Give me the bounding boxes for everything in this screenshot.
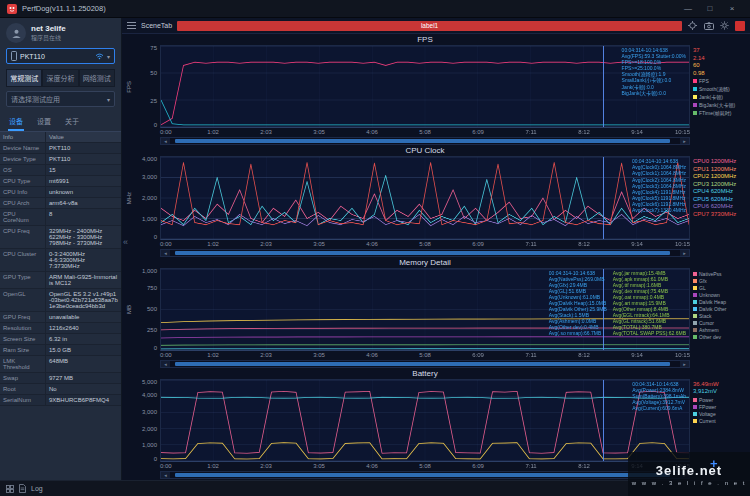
xtick-label: 3:05 bbox=[313, 352, 325, 358]
scroll-track[interactable] bbox=[170, 472, 680, 478]
side-tab-normal-test[interactable]: 常规测试 bbox=[6, 69, 42, 87]
chart-scrollbar-memory-detail[interactable]: ◂▸ bbox=[160, 360, 690, 368]
legend-item-memory-detail[interactable]: NativePss bbox=[693, 271, 748, 277]
legend-item-fps[interactable]: Jank(卡顿) bbox=[693, 93, 748, 100]
row-value: ARM Mali-G925-Immortalis MC12 bbox=[46, 272, 121, 288]
scroll-right-button[interactable]: ▸ bbox=[680, 361, 689, 367]
stats-line: Avg(NativePss):269.0MB bbox=[549, 276, 607, 282]
ytick-label: 500 bbox=[147, 306, 157, 312]
current-value: CPU7 3730MHz bbox=[693, 211, 748, 219]
legend-item-memory-detail[interactable]: Dalvik Other bbox=[693, 306, 748, 312]
table-header-info: Info bbox=[0, 132, 46, 142]
side-tab-network-test[interactable]: 网络测试 bbox=[79, 69, 115, 87]
scroll-right-button[interactable]: ▸ bbox=[680, 250, 689, 256]
scroll-left-button[interactable]: ◂ bbox=[161, 138, 170, 144]
scroll-left-button[interactable]: ◂ bbox=[161, 472, 170, 478]
legend-label: Ashmem bbox=[699, 327, 719, 333]
grid-view-icon[interactable] bbox=[6, 485, 14, 493]
legend-item-memory-detail[interactable]: Ashmem bbox=[693, 327, 748, 333]
device-selector[interactable]: PKT110 ▾ bbox=[6, 48, 115, 64]
maximize-button[interactable]: □ bbox=[699, 4, 721, 13]
chart-scrollbar-fps[interactable]: ◂▸ bbox=[160, 137, 690, 145]
legend-item-fps[interactable]: Smooth(流畅) bbox=[693, 85, 748, 92]
minimize-button[interactable]: — bbox=[677, 4, 699, 13]
window-controls: — □ × bbox=[677, 4, 743, 13]
scroll-thumb[interactable] bbox=[175, 473, 670, 477]
legend-item-memory-detail[interactable]: Cursor bbox=[693, 320, 748, 326]
chart-scrollbar-battery[interactable]: ◂▸ bbox=[160, 471, 690, 479]
info-tab-device[interactable]: 设备 bbox=[8, 114, 24, 131]
legend-swatch bbox=[693, 405, 697, 409]
screenshot-icon[interactable] bbox=[703, 20, 714, 31]
scroll-thumb[interactable] bbox=[175, 251, 670, 255]
log-file-icon[interactable] bbox=[19, 484, 26, 493]
legend-item-fps[interactable]: FPS bbox=[693, 78, 748, 84]
avatar[interactable] bbox=[6, 23, 26, 43]
legend-item-battery[interactable]: Voltage bbox=[693, 411, 748, 417]
legend-item-battery[interactable]: FPower bbox=[693, 404, 748, 410]
scene-tab-label[interactable]: SceneTab bbox=[141, 22, 172, 29]
chart-plot-fps[interactable]: 00:04:314-10:14:638Avg(FPS):59.3 Stutter… bbox=[160, 45, 690, 128]
chevron-down-icon[interactable]: ▾ bbox=[107, 53, 110, 60]
legend-item-battery[interactable]: Current bbox=[693, 418, 748, 424]
sidebar-collapse-handle[interactable]: « bbox=[123, 238, 128, 247]
scroll-track[interactable] bbox=[170, 138, 680, 144]
xtick-label: 5:08 bbox=[419, 129, 431, 135]
legend-item-fps[interactable]: BigJank(大卡顿) bbox=[693, 101, 748, 108]
log-tab[interactable]: Log bbox=[31, 485, 43, 492]
chart-ylabel-cpu-clock: MHz bbox=[124, 156, 134, 239]
xtick-label: 8:12 bbox=[578, 352, 590, 358]
menu-icon[interactable] bbox=[127, 22, 136, 29]
watermark: + 3elife.net w w w . 3 e l i f e . n e t bbox=[628, 452, 750, 496]
legend-item-memory-detail[interactable]: Other dev bbox=[693, 334, 748, 340]
stop-record-button[interactable] bbox=[735, 21, 745, 31]
chart-scrollbar-cpu-clock[interactable]: ◂▸ bbox=[160, 249, 690, 257]
info-tab-about[interactable]: 关于 bbox=[64, 114, 80, 131]
current-value: CPU3 1200MHz bbox=[693, 181, 748, 189]
scroll-left-button[interactable]: ◂ bbox=[161, 361, 170, 367]
recording-progress-bar[interactable]: label1 bbox=[177, 21, 682, 31]
row-label: Screen Size bbox=[0, 334, 46, 344]
app-dropdown[interactable]: 请选择测试应用 ▾ bbox=[6, 91, 115, 107]
chart-plot-cpu-clock[interactable]: 00:04:314-10:14:638Avg(Clock0):1064.8MHz… bbox=[160, 156, 690, 239]
scroll-thumb[interactable] bbox=[175, 139, 670, 143]
legend-label: Smooth(流畅) bbox=[699, 85, 730, 92]
legend-item-battery[interactable]: Power bbox=[693, 397, 748, 403]
xtick-label: 9:14 bbox=[631, 241, 643, 247]
xtick-label: 6:09 bbox=[472, 129, 484, 135]
legend-item-memory-detail[interactable]: Dalvik Heap bbox=[693, 299, 748, 305]
xtick-label: 5:08 bbox=[419, 463, 431, 469]
row-label: LMK Threshold bbox=[0, 356, 46, 372]
scroll-track[interactable] bbox=[170, 361, 680, 367]
row-label: OS bbox=[0, 165, 46, 175]
scroll-right-button[interactable]: ▸ bbox=[680, 138, 689, 144]
ytick-label: 3,000 bbox=[142, 409, 157, 415]
scroll-left-button[interactable]: ◂ bbox=[161, 250, 170, 256]
scroll-thumb[interactable] bbox=[175, 362, 670, 366]
info-tab-settings[interactable]: 设置 bbox=[36, 114, 52, 131]
account-section[interactable]: net 3elife 程序员在线 bbox=[0, 18, 121, 46]
settings-gear-icon[interactable] bbox=[719, 20, 730, 31]
chart-plot-battery[interactable]: 00:04:314-10:14:638Avg(Power):2384.8mWSu… bbox=[160, 379, 690, 462]
legend-item-memory-detail[interactable]: GL bbox=[693, 285, 748, 291]
chart-plot-memory-detail[interactable]: 00:04:314-10:14:638Avg(NativePss):269.0M… bbox=[160, 268, 690, 351]
crosshair-icon[interactable] bbox=[687, 20, 698, 31]
perfdog-logo-icon bbox=[7, 4, 17, 14]
legend-swatch bbox=[693, 87, 697, 91]
legend-item-memory-detail[interactable]: Gfx bbox=[693, 278, 748, 284]
legend-label: GL bbox=[699, 285, 706, 291]
device-name-label: PKT110 bbox=[20, 53, 92, 60]
legend-item-fps[interactable]: FTime(帧耗时) bbox=[693, 109, 748, 116]
close-button[interactable]: × bbox=[721, 4, 743, 13]
legend-label: Other dev bbox=[699, 334, 721, 340]
side-tab-deep-analysis[interactable]: 深度分析 bbox=[42, 69, 78, 87]
stats-line: Avg(Clock2):1064.8MHz bbox=[632, 177, 686, 183]
ytick-label: 2,000 bbox=[142, 426, 157, 432]
scroll-track[interactable] bbox=[170, 250, 680, 256]
row-label: Swap bbox=[0, 373, 46, 383]
legend-item-memory-detail[interactable]: Stack bbox=[693, 313, 748, 319]
xtick-label: 8:12 bbox=[578, 463, 590, 469]
row-value: 15 bbox=[46, 165, 121, 175]
legend-swatch bbox=[693, 419, 697, 423]
legend-item-memory-detail[interactable]: Unknown bbox=[693, 292, 748, 298]
